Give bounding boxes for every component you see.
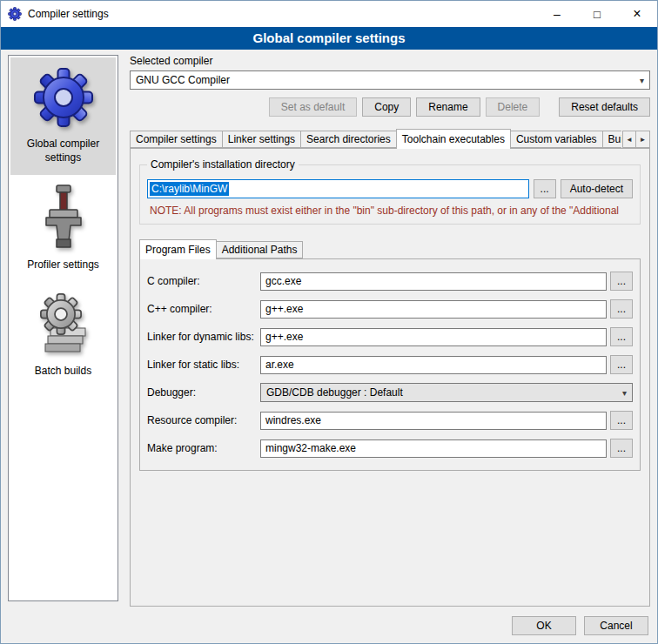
resource-compiler-browse-button[interactable]: ... [610, 411, 633, 430]
settings-tab-bar: Compiler settings Linker settings Search… [130, 129, 650, 149]
make-program-label: Make program: [145, 442, 257, 454]
global-compiler-gear-icon [32, 66, 95, 129]
set-as-default-button[interactable]: Set as default [269, 97, 357, 117]
tab-toolchain-executables[interactable]: Toolchain executables [396, 129, 511, 149]
app-icon [8, 7, 22, 21]
tab-scroll-arrows: ◄ ► [621, 131, 650, 148]
linker-dynamic-value: g++.exe [265, 331, 303, 343]
tab-scroll-left-button[interactable]: ◄ [622, 131, 636, 148]
debugger-label: Debugger: [145, 386, 257, 399]
compiler-settings-dialog: Compiler settings – □ × Global compiler … [0, 0, 658, 644]
installation-directory-group-title: Compiler's installation directory [147, 158, 299, 171]
batch-builds-gear-icon [35, 292, 92, 356]
linker-static-input[interactable]: ar.exe [260, 356, 607, 374]
sidebar-item-global-compiler-settings[interactable]: Global compiler settings [10, 57, 116, 175]
make-program-value: mingw32-make.exe [265, 442, 356, 454]
linker-dynamic-browse-button[interactable]: ... [610, 327, 633, 346]
selected-compiler-value: GNU GCC Compiler [136, 74, 230, 86]
cancel-button[interactable]: Cancel [584, 616, 648, 635]
sidebar-item-label: Global compiler settings [14, 138, 112, 164]
tab-custom-variables[interactable]: Custom variables [510, 131, 603, 148]
c-compiler-input[interactable]: gcc.exe [260, 272, 607, 291]
cpp-compiler-browse-button[interactable]: ... [610, 299, 633, 319]
tab-scroll-right-button[interactable]: ► [636, 131, 650, 148]
dialog-body: Global compiler settings Profiler se [1, 50, 657, 643]
tab-compiler-settings[interactable]: Compiler settings [130, 131, 223, 148]
tab-program-files[interactable]: Program Files [139, 239, 217, 259]
debugger-select[interactable]: GDB/CDB debugger : Default ▾ [260, 383, 633, 402]
sidebar-item-batch-builds[interactable]: Batch builds [10, 283, 116, 389]
compiler-action-buttons: Set as default Copy Rename Delete Reset … [130, 97, 650, 117]
minimize-button[interactable]: – [537, 1, 577, 27]
reset-defaults-button[interactable]: Reset defaults [559, 97, 650, 117]
auto-detect-button[interactable]: Auto-detect [561, 179, 633, 198]
installation-directory-row: C:\raylib\MinGW ... Auto-detect [147, 179, 633, 198]
chevron-down-icon: ▾ [622, 388, 627, 398]
maximize-button[interactable]: □ [577, 1, 617, 27]
linker-static-value: ar.exe [265, 359, 294, 371]
toolchain-executables-panel: Compiler's installation directory C:\ray… [130, 148, 650, 607]
close-button[interactable]: × [617, 1, 657, 27]
sidebar-item-label: Profiler settings [27, 258, 99, 272]
linker-dynamic-label: Linker for dynamic libs: [145, 331, 257, 343]
c-compiler-value: gcc.exe [265, 275, 301, 287]
linker-dynamic-input[interactable]: g++.exe [260, 328, 607, 346]
install-dir-selected-text: C:\raylib\MinGW [150, 182, 229, 196]
dialog-footer: OK Cancel [512, 616, 648, 635]
rename-button[interactable]: Rename [416, 97, 480, 117]
resource-compiler-label: Resource compiler: [145, 414, 257, 426]
program-files-tab-bar: Program Files Additional Paths [139, 239, 641, 259]
selected-compiler-combobox[interactable]: GNU GCC Compiler ▾ [130, 70, 650, 90]
title-bar: Compiler settings – □ × [1, 1, 657, 27]
resource-compiler-input[interactable]: windres.exe [260, 412, 607, 430]
selected-compiler-label: Selected compiler [130, 55, 650, 67]
tab-search-directories[interactable]: Search directories [300, 131, 397, 148]
delete-button[interactable]: Delete [486, 97, 540, 117]
cpp-compiler-input[interactable]: g++.exe [260, 300, 607, 319]
make-program-input[interactable]: mingw32-make.exe [260, 439, 607, 458]
window-title: Compiler settings [28, 8, 109, 20]
main-panel: Selected compiler GNU GCC Compiler ▾ Set… [130, 55, 650, 607]
program-files-panel: C compiler: gcc.exe ... C++ compiler: g+… [139, 258, 641, 471]
note-text: NOTE: All programs must exist either in … [147, 205, 633, 217]
caption-buttons: – □ × [537, 1, 657, 27]
tab-linker-settings[interactable]: Linker settings [222, 131, 301, 148]
linker-static-browse-button[interactable]: ... [610, 355, 633, 374]
sidebar-item-label: Batch builds [35, 365, 91, 379]
c-compiler-browse-button[interactable]: ... [610, 272, 633, 291]
installation-directory-group: Compiler's installation directory C:\ray… [139, 164, 641, 225]
dialog-header: Global compiler settings [1, 27, 657, 50]
chevron-down-icon: ▾ [640, 76, 644, 85]
settings-category-list: Global compiler settings Profiler se [8, 55, 118, 601]
cpp-compiler-value: g++.exe [265, 303, 303, 315]
c-compiler-label: C compiler: [145, 275, 257, 287]
make-program-browse-button[interactable]: ... [610, 439, 633, 458]
ok-button[interactable]: OK [512, 616, 576, 635]
install-dir-browse-button[interactable]: ... [534, 179, 556, 198]
toolchain-fields: C compiler: gcc.exe ... C++ compiler: g+… [145, 272, 633, 458]
copy-button[interactable]: Copy [362, 97, 411, 117]
profiler-tool-icon [37, 184, 90, 250]
debugger-value: GDB/CDB debugger : Default [266, 386, 403, 399]
install-dir-input[interactable]: C:\raylib\MinGW [147, 179, 529, 198]
linker-static-label: Linker for static libs: [145, 359, 257, 371]
cpp-compiler-label: C++ compiler: [145, 303, 257, 315]
resource-compiler-value: windres.exe [265, 414, 321, 426]
tab-additional-paths[interactable]: Additional Paths [216, 241, 304, 258]
sidebar-item-profiler-settings[interactable]: Profiler settings [10, 175, 116, 283]
